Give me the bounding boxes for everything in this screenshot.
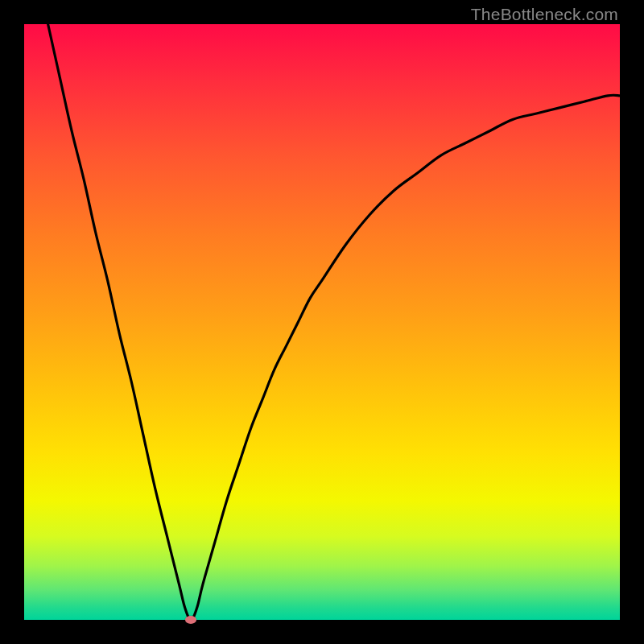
watermark-text: TheBottleneck.com: [471, 5, 618, 24]
minimum-marker: [185, 616, 196, 624]
plot-area: [24, 24, 620, 620]
bottleneck-curve: [24, 24, 620, 620]
chart-frame: TheBottleneck.com: [0, 0, 644, 644]
